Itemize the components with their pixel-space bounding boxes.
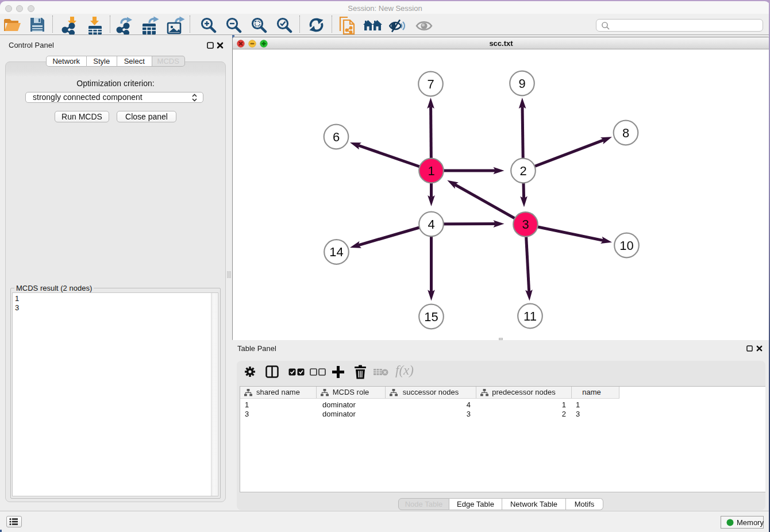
svg-text:8: 8 <box>622 126 629 140</box>
svg-text:10: 10 <box>619 238 633 253</box>
svg-text:3: 3 <box>522 217 529 232</box>
svg-text:4: 4 <box>428 217 434 232</box>
svg-text:2: 2 <box>519 164 526 178</box>
svg-text:15: 15 <box>424 310 438 324</box>
svg-text:1: 1 <box>428 164 434 178</box>
svg-text:11: 11 <box>523 309 537 323</box>
svg-text:9: 9 <box>518 76 525 91</box>
svg-text:6: 6 <box>333 130 340 144</box>
svg-text:14: 14 <box>329 245 343 259</box>
svg-text:7: 7 <box>427 77 434 91</box>
